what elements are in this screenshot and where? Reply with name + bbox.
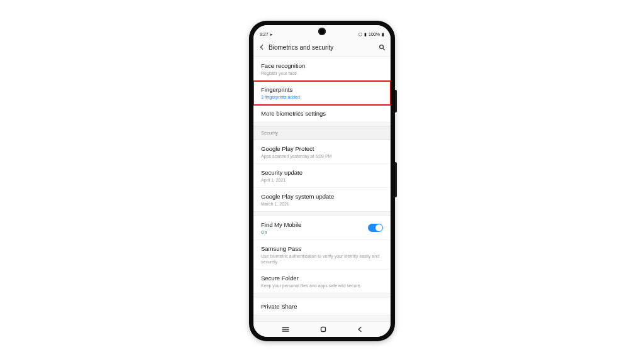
item-subtext: On [261, 229, 368, 235]
item-subtext: April 1, 2021 [261, 177, 383, 183]
item-face-recognition[interactable]: Face recognition Register your face. [253, 57, 391, 81]
clock-text: 9:27 [260, 32, 269, 36]
nav-bar [253, 321, 391, 337]
app-bar: Biometrics and security [253, 38, 391, 57]
back-button[interactable] [258, 44, 265, 50]
item-subtext: March 1, 2021 [261, 201, 383, 207]
item-label: Fingerprints [261, 86, 383, 94]
item-label: Private Share [261, 303, 383, 310]
signal-icon: ▮ [364, 32, 367, 36]
private-share-group: Private Share [253, 297, 391, 315]
section-header-security: Security [253, 126, 391, 140]
item-label: Google Play system update [261, 193, 383, 200]
item-label: More biometrics settings [261, 110, 383, 118]
stage: 9:27 ▸ ⬡ ▮ 100% ▮ Biometrics and securit… [0, 0, 644, 362]
battery-percent: 100% [369, 32, 380, 36]
item-subtext: Keep your personal files and apps safe a… [261, 283, 383, 288]
item-play-system-update[interactable]: Google Play system update March 1, 2021 [253, 188, 391, 211]
settings-scroll[interactable]: Face recognition Register your face. Fin… [253, 57, 391, 321]
item-fingerprints[interactable]: Fingerprints 3 fingerprints added [253, 81, 391, 105]
home-button[interactable] [319, 326, 327, 333]
item-samsung-pass[interactable]: Samsung Pass Use biometric authenticatio… [253, 240, 391, 270]
item-private-share[interactable]: Private Share [253, 298, 391, 315]
item-find-my-mobile[interactable]: Find My Mobile On [253, 216, 391, 240]
svg-point-0 [380, 45, 384, 48]
toggle-find-my-mobile[interactable] [368, 224, 383, 232]
item-label: Face recognition [261, 62, 383, 70]
search-button[interactable] [379, 44, 386, 51]
item-subtext: 3 fingerprints added [261, 94, 383, 100]
security-group: Google Play Protect Apps scanned yesterd… [253, 140, 391, 212]
item-label: Security update [261, 169, 383, 177]
item-label: Secure Folder [261, 275, 383, 282]
item-subtext: Register your face. [261, 70, 383, 76]
findmy-group: Find My Mobile On Samsung Pass Use biome… [253, 216, 391, 293]
wifi-icon: ⬡ [358, 32, 362, 36]
item-play-protect[interactable]: Google Play Protect Apps scanned yesterd… [253, 140, 391, 164]
item-label: Samsung Pass [261, 245, 383, 253]
camera-indicator-icon: ▸ [270, 32, 273, 36]
item-label: Google Play Protect [261, 145, 383, 153]
item-label: Find My Mobile [261, 221, 368, 229]
item-more-biometrics[interactable]: More biometrics settings [253, 105, 391, 122]
biometrics-group: Face recognition Register your face. Fin… [253, 57, 391, 123]
page-title: Biometrics and security [269, 44, 375, 51]
phone-frame: 9:27 ▸ ⬡ ▮ 100% ▮ Biometrics and securit… [249, 21, 395, 341]
item-secure-folder[interactable]: Secure Folder Keep your personal files a… [253, 270, 391, 293]
nav-back-button[interactable] [357, 326, 363, 332]
recents-button[interactable] [281, 326, 290, 332]
item-subtext: Apps scanned yesterday at 6:09 PM [261, 153, 383, 159]
power-button [395, 162, 397, 197]
volume-button [395, 90, 397, 112]
battery-icon: ▮ [382, 32, 384, 36]
svg-rect-1 [321, 327, 325, 332]
item-subtext: Use biometric authentication to verify y… [261, 253, 383, 265]
front-camera [318, 28, 326, 35]
phone-screen: 9:27 ▸ ⬡ ▮ 100% ▮ Biometrics and securit… [253, 25, 391, 337]
status-bar-left: 9:27 ▸ [260, 32, 273, 36]
item-security-update[interactable]: Security update April 1, 2021 [253, 164, 391, 188]
status-bar-right: ⬡ ▮ 100% ▮ [358, 32, 384, 36]
